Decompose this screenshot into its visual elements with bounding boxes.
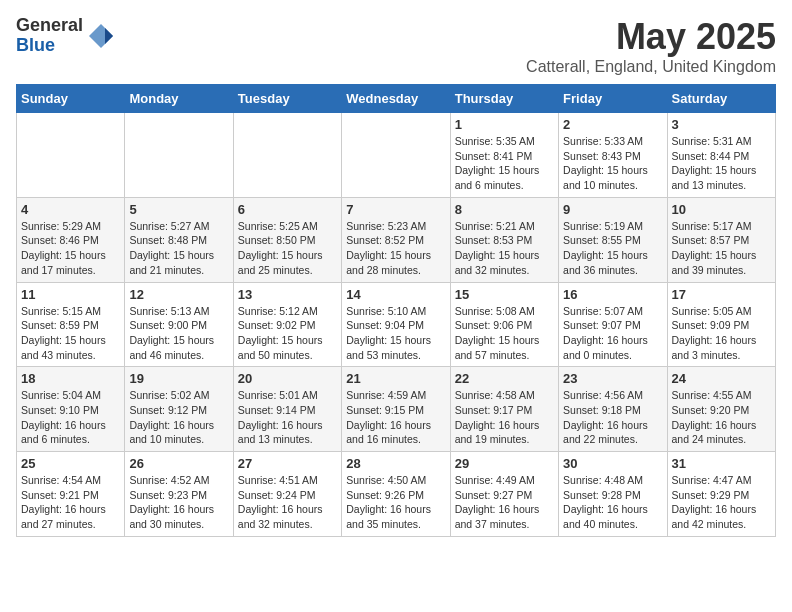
calendar-cell	[233, 113, 341, 198]
day-info: Sunrise: 4:47 AMSunset: 9:29 PMDaylight:…	[672, 473, 771, 532]
day-number: 13	[238, 287, 337, 302]
day-info: Sunrise: 4:55 AMSunset: 9:20 PMDaylight:…	[672, 388, 771, 447]
day-info: Sunrise: 5:19 AMSunset: 8:55 PMDaylight:…	[563, 219, 662, 278]
day-info: Sunrise: 5:29 AMSunset: 8:46 PMDaylight:…	[21, 219, 120, 278]
calendar-header-tuesday: Tuesday	[233, 85, 341, 113]
calendar-cell: 21Sunrise: 4:59 AMSunset: 9:15 PMDayligh…	[342, 367, 450, 452]
calendar-header-friday: Friday	[559, 85, 667, 113]
calendar-week-row: 18Sunrise: 5:04 AMSunset: 9:10 PMDayligh…	[17, 367, 776, 452]
calendar-cell: 31Sunrise: 4:47 AMSunset: 9:29 PMDayligh…	[667, 452, 775, 537]
calendar-cell: 5Sunrise: 5:27 AMSunset: 8:48 PMDaylight…	[125, 197, 233, 282]
calendar-cell: 16Sunrise: 5:07 AMSunset: 9:07 PMDayligh…	[559, 282, 667, 367]
calendar-cell: 29Sunrise: 4:49 AMSunset: 9:27 PMDayligh…	[450, 452, 558, 537]
logo: General Blue	[16, 16, 115, 56]
day-number: 2	[563, 117, 662, 132]
calendar-cell: 2Sunrise: 5:33 AMSunset: 8:43 PMDaylight…	[559, 113, 667, 198]
calendar-cell: 30Sunrise: 4:48 AMSunset: 9:28 PMDayligh…	[559, 452, 667, 537]
day-number: 12	[129, 287, 228, 302]
calendar-cell: 28Sunrise: 4:50 AMSunset: 9:26 PMDayligh…	[342, 452, 450, 537]
calendar-cell: 4Sunrise: 5:29 AMSunset: 8:46 PMDaylight…	[17, 197, 125, 282]
day-info: Sunrise: 5:13 AMSunset: 9:00 PMDaylight:…	[129, 304, 228, 363]
calendar-cell: 6Sunrise: 5:25 AMSunset: 8:50 PMDaylight…	[233, 197, 341, 282]
day-info: Sunrise: 5:21 AMSunset: 8:53 PMDaylight:…	[455, 219, 554, 278]
calendar-cell: 1Sunrise: 5:35 AMSunset: 8:41 PMDaylight…	[450, 113, 558, 198]
day-number: 22	[455, 371, 554, 386]
day-info: Sunrise: 5:27 AMSunset: 8:48 PMDaylight:…	[129, 219, 228, 278]
day-number: 14	[346, 287, 445, 302]
day-number: 10	[672, 202, 771, 217]
day-number: 29	[455, 456, 554, 471]
calendar-cell: 7Sunrise: 5:23 AMSunset: 8:52 PMDaylight…	[342, 197, 450, 282]
calendar-cell: 22Sunrise: 4:58 AMSunset: 9:17 PMDayligh…	[450, 367, 558, 452]
day-info: Sunrise: 5:17 AMSunset: 8:57 PMDaylight:…	[672, 219, 771, 278]
calendar-cell: 3Sunrise: 5:31 AMSunset: 8:44 PMDaylight…	[667, 113, 775, 198]
day-info: Sunrise: 5:31 AMSunset: 8:44 PMDaylight:…	[672, 134, 771, 193]
day-number: 11	[21, 287, 120, 302]
day-info: Sunrise: 5:05 AMSunset: 9:09 PMDaylight:…	[672, 304, 771, 363]
day-info: Sunrise: 4:52 AMSunset: 9:23 PMDaylight:…	[129, 473, 228, 532]
calendar-cell: 20Sunrise: 5:01 AMSunset: 9:14 PMDayligh…	[233, 367, 341, 452]
svg-marker-1	[105, 28, 113, 44]
day-info: Sunrise: 5:33 AMSunset: 8:43 PMDaylight:…	[563, 134, 662, 193]
calendar-cell: 9Sunrise: 5:19 AMSunset: 8:55 PMDaylight…	[559, 197, 667, 282]
day-info: Sunrise: 5:02 AMSunset: 9:12 PMDaylight:…	[129, 388, 228, 447]
day-info: Sunrise: 5:10 AMSunset: 9:04 PMDaylight:…	[346, 304, 445, 363]
day-info: Sunrise: 5:04 AMSunset: 9:10 PMDaylight:…	[21, 388, 120, 447]
day-info: Sunrise: 4:49 AMSunset: 9:27 PMDaylight:…	[455, 473, 554, 532]
day-number: 9	[563, 202, 662, 217]
day-number: 24	[672, 371, 771, 386]
day-number: 7	[346, 202, 445, 217]
day-number: 8	[455, 202, 554, 217]
day-info: Sunrise: 4:58 AMSunset: 9:17 PMDaylight:…	[455, 388, 554, 447]
calendar-week-row: 25Sunrise: 4:54 AMSunset: 9:21 PMDayligh…	[17, 452, 776, 537]
calendar-week-row: 1Sunrise: 5:35 AMSunset: 8:41 PMDaylight…	[17, 113, 776, 198]
month-title: May 2025	[526, 16, 776, 58]
day-number: 4	[21, 202, 120, 217]
day-number: 18	[21, 371, 120, 386]
day-number: 3	[672, 117, 771, 132]
calendar-cell: 25Sunrise: 4:54 AMSunset: 9:21 PMDayligh…	[17, 452, 125, 537]
day-info: Sunrise: 4:59 AMSunset: 9:15 PMDaylight:…	[346, 388, 445, 447]
day-info: Sunrise: 5:08 AMSunset: 9:06 PMDaylight:…	[455, 304, 554, 363]
calendar-header-row: SundayMondayTuesdayWednesdayThursdayFrid…	[17, 85, 776, 113]
day-number: 28	[346, 456, 445, 471]
calendar-cell: 23Sunrise: 4:56 AMSunset: 9:18 PMDayligh…	[559, 367, 667, 452]
day-info: Sunrise: 4:54 AMSunset: 9:21 PMDaylight:…	[21, 473, 120, 532]
day-number: 6	[238, 202, 337, 217]
logo-icon	[87, 22, 115, 50]
day-info: Sunrise: 5:12 AMSunset: 9:02 PMDaylight:…	[238, 304, 337, 363]
day-number: 1	[455, 117, 554, 132]
calendar-cell	[125, 113, 233, 198]
location: Catterall, England, United Kingdom	[526, 58, 776, 76]
day-info: Sunrise: 5:01 AMSunset: 9:14 PMDaylight:…	[238, 388, 337, 447]
day-info: Sunrise: 4:48 AMSunset: 9:28 PMDaylight:…	[563, 473, 662, 532]
calendar-cell: 19Sunrise: 5:02 AMSunset: 9:12 PMDayligh…	[125, 367, 233, 452]
page-header: General Blue May 2025 Catterall, England…	[16, 16, 776, 76]
day-info: Sunrise: 5:25 AMSunset: 8:50 PMDaylight:…	[238, 219, 337, 278]
day-number: 31	[672, 456, 771, 471]
day-info: Sunrise: 4:51 AMSunset: 9:24 PMDaylight:…	[238, 473, 337, 532]
day-number: 21	[346, 371, 445, 386]
day-info: Sunrise: 5:07 AMSunset: 9:07 PMDaylight:…	[563, 304, 662, 363]
calendar-cell: 17Sunrise: 5:05 AMSunset: 9:09 PMDayligh…	[667, 282, 775, 367]
day-info: Sunrise: 5:35 AMSunset: 8:41 PMDaylight:…	[455, 134, 554, 193]
calendar-table: SundayMondayTuesdayWednesdayThursdayFrid…	[16, 84, 776, 537]
day-number: 19	[129, 371, 228, 386]
day-number: 25	[21, 456, 120, 471]
day-number: 26	[129, 456, 228, 471]
calendar-cell: 26Sunrise: 4:52 AMSunset: 9:23 PMDayligh…	[125, 452, 233, 537]
day-number: 17	[672, 287, 771, 302]
calendar-week-row: 4Sunrise: 5:29 AMSunset: 8:46 PMDaylight…	[17, 197, 776, 282]
calendar-header-monday: Monday	[125, 85, 233, 113]
day-info: Sunrise: 4:50 AMSunset: 9:26 PMDaylight:…	[346, 473, 445, 532]
calendar-cell: 13Sunrise: 5:12 AMSunset: 9:02 PMDayligh…	[233, 282, 341, 367]
day-info: Sunrise: 5:23 AMSunset: 8:52 PMDaylight:…	[346, 219, 445, 278]
calendar-cell: 18Sunrise: 5:04 AMSunset: 9:10 PMDayligh…	[17, 367, 125, 452]
day-number: 20	[238, 371, 337, 386]
calendar-header-saturday: Saturday	[667, 85, 775, 113]
logo-blue: Blue	[16, 36, 83, 56]
day-info: Sunrise: 5:15 AMSunset: 8:59 PMDaylight:…	[21, 304, 120, 363]
logo-general: General	[16, 16, 83, 36]
calendar-cell	[342, 113, 450, 198]
day-info: Sunrise: 4:56 AMSunset: 9:18 PMDaylight:…	[563, 388, 662, 447]
